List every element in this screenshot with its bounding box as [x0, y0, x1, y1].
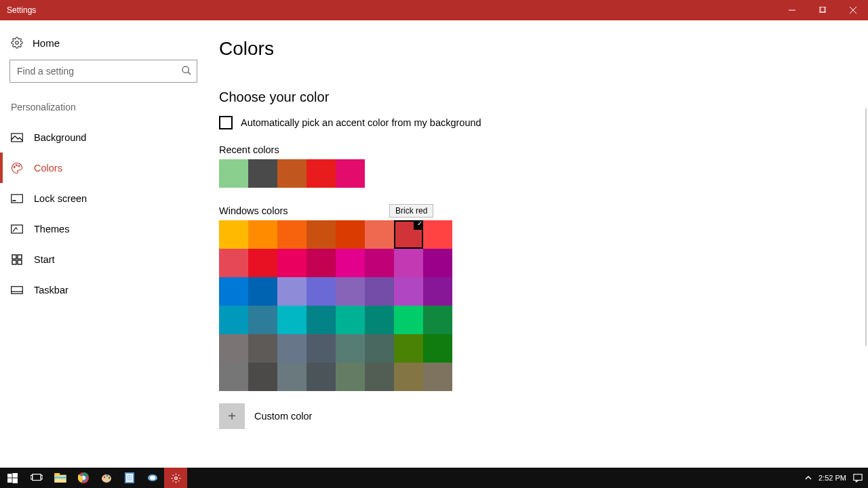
custom-color-label: Custom color — [254, 411, 312, 422]
windows-color-swatch[interactable] — [219, 334, 248, 363]
taskbar-app-chrome[interactable] — [72, 468, 95, 488]
sidebar-item-themes[interactable]: Themes — [9, 214, 197, 244]
windows-color-swatch[interactable] — [423, 363, 452, 391]
sidebar-item-taskbar[interactable]: Taskbar — [9, 274, 197, 305]
windows-colors-wrap: Brick red ✓ — [219, 220, 452, 391]
windows-color-swatch[interactable] — [365, 220, 394, 249]
windows-color-swatch[interactable] — [336, 277, 365, 306]
svg-rect-15 — [12, 255, 16, 259]
windows-color-swatch[interactable] — [394, 277, 423, 306]
svg-rect-23 — [7, 478, 12, 483]
windows-color-swatch[interactable] — [219, 249, 248, 277]
close-button[interactable] — [837, 0, 868, 20]
windows-color-swatch[interactable] — [423, 249, 452, 277]
home-label: Home — [33, 37, 60, 49]
windows-color-swatch[interactable] — [423, 220, 452, 249]
lock-screen-icon — [11, 192, 23, 205]
windows-color-swatch[interactable] — [277, 249, 307, 277]
recent-color-swatch[interactable] — [277, 159, 307, 188]
recent-color-swatch[interactable] — [307, 159, 336, 188]
windows-color-swatch[interactable] — [277, 334, 307, 363]
windows-color-swatch[interactable] — [336, 220, 365, 249]
sidebar-item-background[interactable]: Background — [9, 122, 197, 152]
windows-color-swatch[interactable] — [248, 363, 277, 391]
windows-color-swatch[interactable] — [423, 334, 452, 363]
taskbar-app-notepad[interactable] — [118, 468, 141, 488]
sidebar-item-colors[interactable]: Colors — [9, 152, 197, 183]
windows-color-swatch[interactable] — [365, 277, 394, 306]
windows-color-swatch[interactable] — [365, 334, 394, 363]
start-button[interactable] — [0, 468, 24, 488]
windows-color-swatch[interactable] — [219, 306, 248, 334]
windows-color-swatch[interactable] — [307, 249, 336, 277]
svg-rect-24 — [12, 478, 18, 483]
svg-rect-17 — [12, 260, 16, 264]
recent-color-swatch[interactable] — [219, 159, 248, 188]
maximize-button[interactable] — [807, 0, 837, 20]
windows-color-swatch[interactable] — [394, 306, 423, 334]
task-view-button[interactable] — [24, 468, 49, 488]
taskbar-app-settings[interactable] — [164, 468, 187, 488]
sidebar-item-label: Colors — [34, 163, 62, 174]
windows-color-swatch[interactable]: ✓ — [394, 220, 423, 249]
windows-color-swatch[interactable] — [336, 306, 365, 334]
svg-rect-1 — [819, 7, 825, 12]
windows-color-swatch[interactable] — [336, 363, 365, 391]
svg-point-9 — [14, 166, 15, 167]
windows-color-swatch[interactable] — [307, 363, 336, 391]
sidebar-item-lock-screen[interactable]: Lock screen — [9, 183, 197, 214]
taskbar-app-generic[interactable] — [141, 468, 164, 488]
windows-color-swatch[interactable] — [394, 363, 423, 391]
sidebar: Home Personalization Background Colors — [0, 20, 207, 468]
windows-color-swatch[interactable] — [394, 249, 423, 277]
windows-color-swatch[interactable] — [336, 334, 365, 363]
svg-line-7 — [188, 72, 191, 75]
windows-color-swatch[interactable] — [365, 306, 394, 334]
windows-color-swatch[interactable] — [248, 249, 277, 277]
sidebar-item-label: Taskbar — [34, 285, 68, 296]
windows-color-swatch[interactable] — [248, 306, 277, 334]
windows-color-swatch[interactable] — [277, 277, 307, 306]
windows-color-swatch[interactable] — [423, 277, 452, 306]
sidebar-item-start[interactable]: Start — [9, 244, 197, 274]
action-center-icon[interactable] — [853, 473, 863, 483]
tray-chevron-icon[interactable] — [805, 475, 812, 481]
search-input[interactable] — [9, 60, 197, 83]
windows-color-swatch[interactable] — [307, 306, 336, 334]
svg-point-10 — [16, 164, 17, 165]
svg-point-36 — [106, 475, 108, 476]
taskbar-app-explorer[interactable] — [49, 468, 72, 488]
windows-color-swatch[interactable] — [219, 363, 248, 391]
tray-clock[interactable]: 2:52 PM — [818, 474, 846, 482]
windows-color-swatch[interactable] — [277, 220, 307, 249]
windows-color-swatch[interactable] — [277, 363, 307, 391]
auto-accent-checkbox[interactable]: Automatically pick an accent color from … — [219, 116, 868, 129]
windows-color-swatch[interactable] — [365, 249, 394, 277]
svg-point-6 — [182, 66, 189, 73]
minimize-button[interactable] — [776, 0, 807, 20]
windows-color-swatch[interactable] — [336, 249, 365, 277]
recent-color-swatch[interactable] — [336, 159, 365, 188]
windows-color-swatch[interactable] — [307, 277, 336, 306]
recent-color-swatch[interactable] — [248, 159, 277, 188]
windows-color-swatch[interactable] — [219, 277, 248, 306]
windows-color-swatch[interactable] — [365, 363, 394, 391]
svg-rect-18 — [18, 260, 22, 264]
custom-color-button[interactable]: + — [219, 403, 245, 429]
home-button[interactable]: Home — [9, 33, 197, 56]
titlebar: Settings — [0, 0, 868, 20]
check-icon: ✓ — [417, 220, 422, 227]
windows-colors-grid: ✓ — [219, 220, 452, 391]
taskbar-app-paint[interactable] — [95, 468, 118, 488]
windows-color-swatch[interactable] — [248, 277, 277, 306]
windows-color-swatch[interactable] — [423, 306, 452, 334]
windows-color-swatch[interactable] — [219, 220, 248, 249]
windows-color-swatch[interactable] — [248, 220, 277, 249]
windows-color-swatch[interactable] — [307, 220, 336, 249]
windows-color-swatch[interactable] — [248, 334, 277, 363]
svg-point-35 — [104, 476, 105, 478]
windows-color-swatch[interactable] — [277, 306, 307, 334]
windows-color-swatch[interactable] — [394, 334, 423, 363]
scrollbar[interactable] — [865, 108, 867, 346]
windows-color-swatch[interactable] — [307, 334, 336, 363]
